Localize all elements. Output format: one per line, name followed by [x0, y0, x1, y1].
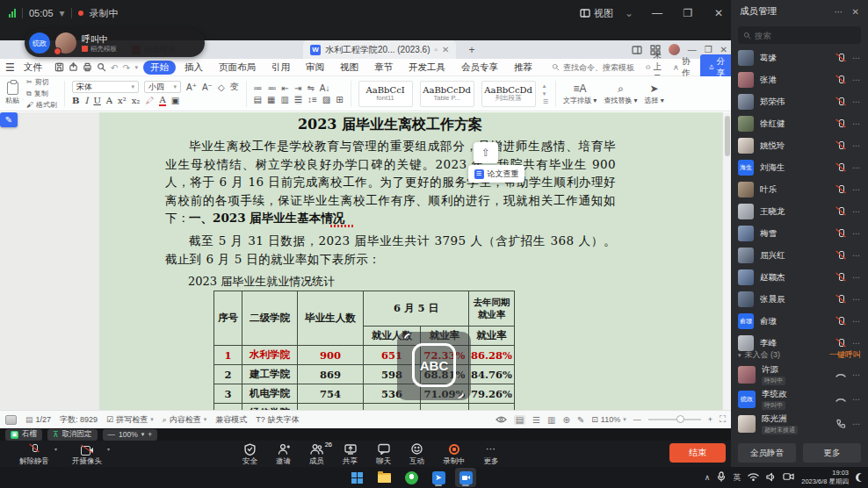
minimize-button[interactable]: —: [645, 0, 669, 26]
style-down-icon[interactable]: ▾: [543, 90, 548, 97]
bold-button[interactable]: B: [72, 96, 79, 105]
member-more-icon[interactable]: ⋯: [852, 251, 861, 260]
member-more-icon[interactable]: ⋯: [852, 273, 861, 282]
superscript-button[interactable]: x²: [118, 96, 127, 105]
decrease-font-icon[interactable]: A⁻: [202, 83, 213, 92]
font-name-select[interactable]: 宋体▾: [72, 81, 139, 93]
phone-icon[interactable]: [836, 416, 846, 432]
meeting-app-button[interactable]: [455, 468, 476, 487]
pinyin-icon[interactable]: 变: [230, 81, 239, 93]
members-button[interactable]: 26成员: [309, 442, 324, 467]
tray-mic-icon[interactable]: [717, 471, 726, 484]
calling-icon[interactable]: [835, 391, 846, 407]
underline-button[interactable]: U: [93, 96, 100, 105]
camera-on-button[interactable]: 开摄像头▾: [72, 442, 102, 467]
share-zoom-control[interactable]: —100%▾+: [103, 429, 158, 441]
zoom-out-icon[interactable]: —: [108, 430, 116, 439]
app-green-button[interactable]: [401, 468, 422, 487]
member-more-icon[interactable]: ⋯: [852, 317, 861, 326]
maximize-button[interactable]: ❐: [676, 0, 700, 26]
not-joined-section[interactable]: ▾ 未入会 (3) 一键呼叫: [738, 349, 861, 361]
mic-muted-icon[interactable]: [835, 97, 846, 108]
unmute-button[interactable]: 解除静音▾: [19, 442, 49, 467]
member-more-icon[interactable]: ⋯: [852, 395, 861, 404]
redo-icon[interactable]: ↷: [123, 62, 131, 73]
member-more-icon[interactable]: ⋯: [852, 97, 861, 106]
page-indicator[interactable]: ▤1/27: [25, 415, 51, 424]
mic-muted-icon[interactable]: [835, 75, 846, 86]
security-button[interactable]: 安全: [242, 442, 257, 467]
align-center-icon[interactable]: ▦: [267, 95, 275, 104]
member-more-icon[interactable]: ⋯: [852, 229, 861, 238]
mic-muted-icon[interactable]: [835, 294, 846, 305]
calling-overlay[interactable]: 统政 呼叫中 稻壳模板: [25, 29, 205, 57]
invite-button[interactable]: 邀请: [276, 442, 291, 467]
font-color-button[interactable]: A: [159, 95, 165, 106]
mute-all-button[interactable]: 全员静音: [738, 443, 796, 463]
share-screen-button[interactable]: 共享: [343, 442, 358, 467]
copy-button[interactable]: ⧉复制: [26, 89, 57, 98]
paste-button[interactable]: 粘贴: [5, 82, 19, 105]
clear-format-icon[interactable]: ◇: [218, 83, 225, 92]
moon-icon[interactable]: [856, 473, 864, 482]
spellcheck-status[interactable]: ☑拼写检查▾: [106, 414, 154, 426]
call-all-link[interactable]: 一键呼叫: [829, 349, 861, 361]
mic-muted-icon[interactable]: [835, 118, 846, 130]
paper-check-button[interactable]: ☰论文查重: [468, 165, 524, 183]
word-count[interactable]: 字数: 8929: [60, 414, 98, 426]
hamburger-icon[interactable]: ☰: [5, 61, 15, 74]
float-top-button[interactable]: ⇧: [474, 142, 498, 163]
unpin-button[interactable]: ⊼取消固定: [47, 429, 98, 441]
menu-tab-review[interactable]: 审阅: [299, 61, 331, 75]
member-more-icon[interactable]: ⋯: [852, 370, 861, 379]
member-row[interactable]: 俞璈俞璈⋯: [738, 311, 861, 332]
scrollbar-thumb[interactable]: [725, 116, 730, 156]
interact-button[interactable]: 互动: [409, 442, 424, 467]
mic-muted-icon[interactable]: [835, 184, 846, 196]
chat-button[interactable]: 聊天: [376, 442, 391, 467]
chevron-down-icon[interactable]: ▾: [60, 7, 65, 19]
more-button[interactable]: ⋯更多: [484, 442, 499, 467]
tray-expand-icon[interactable]: ∧: [705, 473, 711, 482]
menu-tab-developer[interactable]: 开发工具: [401, 61, 452, 75]
member-row[interactable]: 葛缘⋯: [738, 47, 861, 68]
section-collapse-icon[interactable]: ▾: [738, 352, 741, 359]
menu-tab-home[interactable]: 开始: [143, 61, 176, 75]
member-more-icon[interactable]: ⋯: [852, 420, 861, 428]
cut-button[interactable]: ✂剪切: [26, 77, 57, 87]
page-view-icon[interactable]: ▤: [514, 415, 525, 425]
font-size-select[interactable]: 小四▾: [144, 81, 181, 93]
save-icon[interactable]: [54, 62, 64, 72]
pending-member-row[interactable]: 陈光洲超时未接通 ⋯: [738, 413, 861, 435]
member-row[interactable]: 张港⋯: [738, 69, 861, 90]
eye-protect-icon[interactable]: [495, 415, 507, 424]
mic-muted-icon[interactable]: [835, 228, 846, 240]
recording-button[interactable]: 录制中: [443, 442, 466, 467]
menu-tab-view[interactable]: 视图: [333, 61, 365, 75]
end-meeting-button[interactable]: 结束: [669, 443, 726, 463]
zoom-out-button[interactable]: —: [633, 415, 641, 424]
numbered-list-icon[interactable]: ≕: [268, 83, 277, 93]
undo-icon[interactable]: ↶: [111, 62, 119, 73]
pending-member-row[interactable]: 许源呼叫中 ⋯: [738, 363, 861, 386]
style-font11[interactable]: AaBbCcIfont11: [358, 81, 413, 107]
indent-icon[interactable]: ⇥: [294, 83, 301, 93]
member-more-icon[interactable]: ⋯: [852, 54, 861, 62]
tray-speaker-icon[interactable]: [766, 472, 776, 484]
member-more-icon[interactable]: ⋯: [852, 75, 861, 84]
member-more-icon[interactable]: ⋯: [852, 295, 861, 304]
tab-close-icon[interactable]: ✕: [442, 45, 449, 54]
text-direction-icon[interactable]: ⇋: [307, 83, 314, 93]
tray-ime-lang[interactable]: 英: [733, 472, 741, 484]
style-list-paragraph[interactable]: AaBbCcDd列出段落: [481, 81, 536, 107]
menu-tab-reference[interactable]: 引用: [264, 61, 297, 75]
assistant-icon[interactable]: ✎: [0, 112, 18, 127]
menu-file[interactable]: 文件: [17, 61, 49, 75]
mic-muted-icon[interactable]: [835, 250, 846, 262]
italic-button[interactable]: I: [84, 96, 88, 105]
member-more-icon[interactable]: ⋯: [852, 185, 861, 194]
outdent-icon[interactable]: ⇤: [282, 83, 289, 93]
member-row[interactable]: 梅雪⋯: [738, 223, 861, 244]
style-up-icon[interactable]: ▴: [543, 83, 548, 90]
menu-tab-insert[interactable]: 插入: [177, 61, 210, 75]
